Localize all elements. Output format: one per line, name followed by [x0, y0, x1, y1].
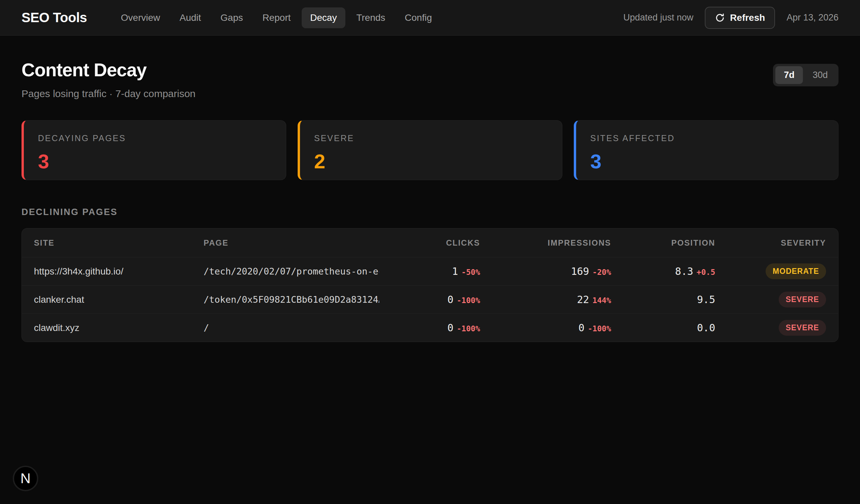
nav-links: Overview Audit Gaps Report Decay Trends …	[113, 8, 441, 28]
nav-item-config[interactable]: Config	[397, 8, 441, 28]
column-header-position: POSITION	[611, 238, 715, 248]
nav-item-gaps[interactable]: Gaps	[212, 8, 251, 28]
page-subtitle: Pages losing traffic · 7-day comparison	[22, 88, 196, 99]
framework-logo[interactable]: N	[13, 466, 38, 491]
main-content: Content Decay Pages losing traffic · 7-d…	[0, 59, 860, 342]
position-delta: +0.5	[697, 268, 715, 276]
stat-label: DECAYING PAGES	[38, 133, 272, 143]
severity-cell: SEVERE	[715, 320, 826, 336]
severity-cell: SEVERE	[715, 292, 826, 307]
framework-logo-letter: N	[20, 471, 31, 487]
stat-card-sites-affected: SITES AFFECTED 3	[574, 120, 838, 180]
stat-value: 3	[38, 150, 272, 173]
range-30d-button[interactable]: 30d	[804, 66, 836, 84]
stat-cards: DECAYING PAGES 3 SEVERE 2 SITES AFFECTED…	[22, 120, 838, 180]
site-cell: clanker.chat	[34, 294, 204, 305]
impressions-cell: 22144%	[480, 294, 611, 305]
table-row[interactable]: clawdit.xyz / 0-100% 0-100% 0.0 SEVERE	[22, 314, 838, 342]
table-row[interactable]: https://3h4x.github.io/ /tech/2020/02/07…	[22, 257, 838, 285]
page-cell: /tech/2020/02/07/prometheus-on-ecs-poc	[204, 266, 379, 276]
clicks-delta: -100%	[457, 324, 480, 333]
refresh-icon	[715, 13, 725, 23]
nav-item-trends[interactable]: Trends	[348, 8, 394, 28]
page-head-text: Content Decay Pages losing traffic · 7-d…	[22, 59, 196, 99]
table-row[interactable]: clanker.chat /token/0x5F09821CBb61e09D2a…	[22, 285, 838, 314]
page-head: Content Decay Pages losing traffic · 7-d…	[22, 59, 838, 99]
site-cell: clawdit.xyz	[34, 322, 204, 333]
nav-item-report[interactable]: Report	[254, 8, 299, 28]
clicks-cell: 0-100%	[379, 322, 480, 334]
nav-item-decay[interactable]: Decay	[302, 8, 345, 28]
page-title: Content Decay	[22, 59, 196, 81]
impressions-cell: 0-100%	[480, 322, 611, 334]
stat-card-decaying-pages: DECAYING PAGES 3	[22, 120, 286, 180]
column-header-impressions: IMPRESSIONS	[480, 238, 611, 248]
column-header-severity: SEVERITY	[715, 238, 826, 248]
current-date: Apr 13, 2026	[786, 12, 838, 23]
clicks-cell: 0-100%	[379, 294, 480, 305]
clicks-delta: -100%	[457, 296, 480, 305]
severity-badge: SEVERE	[779, 292, 826, 307]
updated-status: Updated just now	[623, 12, 693, 23]
clicks-cell: 1-50%	[379, 265, 480, 277]
position-cell: 9.5	[611, 294, 715, 305]
app-brand: SEO Tools	[22, 10, 87, 25]
range-7d-button[interactable]: 7d	[775, 66, 803, 84]
nav-right: Updated just now Refresh Apr 13, 2026	[623, 7, 838, 29]
column-header-clicks: CLICKS	[379, 238, 480, 248]
stat-card-severe: SEVERE 2	[298, 120, 562, 180]
column-header-site: SITE	[34, 238, 204, 248]
impressions-delta: -20%	[592, 268, 611, 276]
column-header-page: PAGE	[204, 238, 379, 248]
nav-item-overview[interactable]: Overview	[113, 8, 169, 28]
range-toggle: 7d 30d	[773, 64, 838, 86]
impressions-cell: 169-20%	[480, 265, 611, 277]
severity-cell: MODERATE	[715, 263, 826, 279]
stat-value: 2	[314, 150, 548, 173]
site-cell: https://3h4x.github.io/	[34, 266, 204, 277]
stat-value: 3	[590, 150, 824, 173]
page-cell: /	[204, 322, 379, 333]
top-nav: SEO Tools Overview Audit Gaps Report Dec…	[0, 0, 860, 35]
refresh-label: Refresh	[730, 12, 765, 23]
stat-label: SITES AFFECTED	[590, 133, 824, 143]
refresh-button[interactable]: Refresh	[705, 7, 775, 29]
table-header-row: SITE PAGE CLICKS IMPRESSIONS POSITION SE…	[22, 229, 838, 257]
declining-pages-table: SITE PAGE CLICKS IMPRESSIONS POSITION SE…	[22, 228, 838, 342]
clicks-delta: -50%	[462, 268, 480, 276]
stat-label: SEVERE	[314, 133, 548, 143]
impressions-delta: 144%	[592, 296, 611, 305]
section-title-declining-pages: DECLINING PAGES	[22, 207, 838, 217]
nav-item-audit[interactable]: Audit	[171, 8, 209, 28]
severity-badge: SEVERE	[779, 320, 826, 336]
position-cell: 0.0	[611, 322, 715, 334]
severity-badge: MODERATE	[765, 263, 826, 279]
page-cell: /token/0x5F09821CBb61e09D2a83124Ae0B56…	[204, 294, 379, 305]
position-cell: 8.3+0.5	[611, 265, 715, 277]
impressions-delta: -100%	[588, 324, 611, 333]
